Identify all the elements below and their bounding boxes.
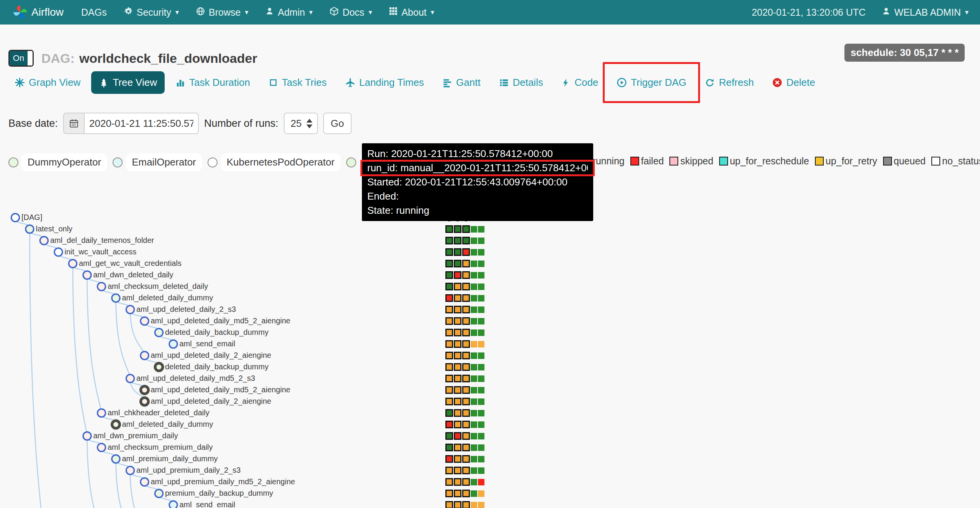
- task-node-latest-only[interactable]: [26, 225, 34, 233]
- task-label-aml-send-email[interactable]: aml_send_email: [180, 500, 236, 508]
- task-instance-cell[interactable]: [454, 283, 461, 290]
- task-instance-cell[interactable]: [454, 490, 461, 497]
- task-instance-cell[interactable]: [445, 386, 453, 394]
- task-instance-cell[interactable]: [445, 409, 453, 417]
- task-instance-cell[interactable]: [471, 479, 477, 485]
- task-label-aml-upd-deleted-daily-2-aiengine[interactable]: aml_upd_deleted_daily_2_aiengine: [151, 397, 272, 406]
- task-instance-cell[interactable]: [454, 478, 461, 486]
- task-label-deleted-daily-backup-dummy[interactable]: deleted_daily_backup_dummy: [165, 362, 268, 371]
- task-instance-cell[interactable]: [462, 398, 470, 405]
- task-instance-cell[interactable]: [471, 410, 477, 416]
- task-label-aml-checksum-premium-daily[interactable]: aml_checksum_premium_daily: [108, 443, 213, 452]
- task-instance-cell[interactable]: [454, 467, 461, 474]
- nav-item-browse[interactable]: Browse▾: [196, 7, 248, 18]
- task-instance-cell[interactable]: [471, 261, 477, 267]
- task-instance-cell[interactable]: [454, 317, 461, 325]
- nav-item-admin[interactable]: Admin▾: [265, 7, 312, 18]
- task-instance-cell[interactable]: [445, 271, 453, 279]
- task-instance-cell[interactable]: [462, 248, 470, 256]
- task-instance-cell[interactable]: [462, 501, 470, 508]
- task-instance-cell[interactable]: [462, 467, 470, 474]
- task-label-aml-deleted-daily-dummy[interactable]: aml_deleted_daily_dummy: [122, 420, 213, 429]
- nav-item-about[interactable]: About▾: [389, 7, 434, 18]
- task-label-aml-send-email[interactable]: aml_send_email: [180, 339, 236, 348]
- task-instance-cell[interactable]: [478, 387, 484, 393]
- task-instance-cell[interactable]: [471, 490, 477, 497]
- task-label-aml-premium-daily-dummy[interactable]: aml_premium_daily_dummy: [122, 454, 218, 463]
- task-instance-cell[interactable]: [478, 398, 484, 405]
- task-instance-cell[interactable]: [478, 479, 484, 485]
- task-instance-cell[interactable]: [445, 363, 453, 371]
- task-label-deleted-daily-backup-dummy[interactable]: deleted_daily_backup_dummy: [165, 328, 268, 337]
- task-instance-cell[interactable]: [462, 352, 470, 359]
- task-instance-cell[interactable]: [478, 238, 484, 244]
- task-node-premium-daily-backup-dummy[interactable]: [155, 490, 163, 498]
- task-instance-cell[interactable]: [445, 352, 453, 359]
- task-instance-cell[interactable]: [454, 444, 461, 451]
- task-label-aml-upd-deleted-daily-md5-2-aiengine[interactable]: aml_upd_deleted_daily_md5_2_aiengine: [151, 316, 291, 325]
- task-instance-cell[interactable]: [478, 329, 484, 336]
- task-instance-cell[interactable]: [454, 409, 461, 417]
- task-instance-cell[interactable]: [445, 467, 453, 474]
- task-label-premium-daily-backup-dummy[interactable]: premium_daily_backup_dummy: [165, 489, 273, 498]
- task-instance-cell[interactable]: [454, 455, 461, 463]
- task-instance-cell[interactable]: [445, 455, 453, 463]
- task-node-aml-deleted-daily-dummy[interactable]: [112, 294, 120, 302]
- task-instance-cell[interactable]: [454, 421, 461, 428]
- task-instance-cell[interactable]: [478, 444, 484, 451]
- task-instance-cell[interactable]: [462, 363, 470, 371]
- task-instance-cell[interactable]: [462, 444, 470, 451]
- task-instance-cell[interactable]: [454, 237, 461, 244]
- task-node-aml-chkheader-deleted-daily[interactable]: [98, 409, 106, 417]
- task-instance-cell[interactable]: [471, 502, 477, 508]
- task-instance-cell[interactable]: [445, 375, 453, 382]
- task-instance-cell[interactable]: [471, 375, 477, 382]
- task-instance-cell[interactable]: [445, 294, 453, 302]
- task-instance-cell[interactable]: [478, 352, 484, 359]
- task-instance-cell[interactable]: [445, 260, 453, 267]
- task-instance-cell[interactable]: [462, 237, 470, 244]
- task-instance-cell[interactable]: [478, 421, 484, 428]
- task-instance-cell[interactable]: [454, 225, 461, 233]
- task-node-aml-checksum-premium-daily[interactable]: [98, 444, 106, 452]
- task-instance-cell[interactable]: [462, 271, 470, 279]
- task-instance-cell[interactable]: [478, 502, 484, 508]
- task-node-init-wc-vault-access[interactable]: [54, 248, 62, 256]
- task-instance-cell[interactable]: [454, 398, 461, 405]
- task-instance-cell[interactable]: [471, 467, 477, 474]
- task-instance-cell[interactable]: [478, 375, 484, 382]
- task-instance-cell[interactable]: [445, 490, 453, 497]
- task-instance-cell[interactable]: [454, 306, 461, 313]
- task-instance-cell[interactable]: [462, 340, 470, 348]
- task-node-deleted-daily-backup-dummy[interactable]: [155, 363, 163, 371]
- task-instance-cell[interactable]: [454, 352, 461, 359]
- task-node-aml-deleted-daily-dummy[interactable]: [112, 421, 120, 428]
- task-node-aml-upd-premium-daily-md5-2-aiengine[interactable]: [141, 478, 149, 486]
- task-instance-cell[interactable]: [471, 238, 477, 244]
- task-instance-cell[interactable]: [445, 248, 453, 256]
- task-instance-cell[interactable]: [454, 375, 461, 382]
- task-instance-cell[interactable]: [462, 478, 470, 486]
- task-node-aml-dwn-premium-daily[interactable]: [83, 432, 91, 440]
- task-instance-cell[interactable]: [454, 363, 461, 371]
- task-label-aml-upd-deleted-daily-md5-2-aiengine[interactable]: aml_upd_deleted_daily_md5_2_aiengine: [151, 385, 291, 394]
- task-instance-cell[interactable]: [445, 444, 453, 451]
- task-instance-cell[interactable]: [478, 226, 484, 233]
- task-node-deleted-daily-backup-dummy[interactable]: [155, 329, 163, 337]
- airflow-brand[interactable]: Airflow: [13, 5, 64, 20]
- task-instance-cell[interactable]: [478, 249, 484, 256]
- task-instance-cell[interactable]: [445, 317, 453, 325]
- user-menu[interactable]: WELAB ADMIN ▾: [882, 7, 969, 18]
- task-instance-cell[interactable]: [454, 248, 461, 256]
- task-instance-cell[interactable]: [478, 490, 484, 497]
- task-instance-cell[interactable]: [445, 329, 453, 336]
- task-label-aml-upd-premium-daily-2-s3[interactable]: aml_upd_premium_daily_2_s3: [136, 466, 241, 475]
- task-label-aml-checksum-deleted-daily[interactable]: aml_checksum_deleted_daily: [108, 282, 208, 291]
- task-node-aml-upd-deleted-daily-md5-2-aiengine[interactable]: [141, 317, 149, 325]
- task-label-latest-only[interactable]: latest_only: [36, 225, 73, 233]
- task-instance-cell[interactable]: [462, 260, 470, 267]
- task-instance-cell[interactable]: [454, 501, 461, 508]
- task-instance-cell[interactable]: [471, 352, 477, 359]
- task-instance-cell[interactable]: [454, 432, 461, 440]
- task-instance-cell[interactable]: [445, 432, 453, 440]
